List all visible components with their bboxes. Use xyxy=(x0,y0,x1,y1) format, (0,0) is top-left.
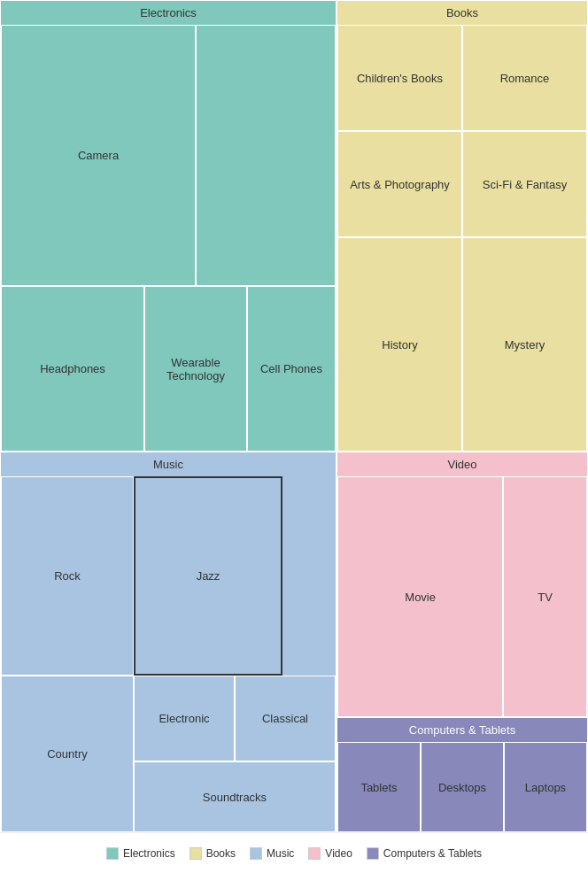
camera-cell[interactable]: Camera xyxy=(1,25,196,286)
treemap: Electronics Camera Headphones xyxy=(0,0,588,832)
books-inner: Children's Books Romance Arts & Photogra… xyxy=(337,25,587,452)
computers-title: Computers & Tablets xyxy=(337,718,587,742)
soundtracks-cell[interactable]: Soundtracks xyxy=(134,761,336,832)
legend-music-color xyxy=(250,847,262,860)
tv-cell[interactable]: TV xyxy=(503,476,587,717)
electronic-cell[interactable]: Electronic xyxy=(134,676,235,761)
romance-cell[interactable]: Romance xyxy=(462,25,587,131)
desktops-cell[interactable]: Desktops xyxy=(421,742,504,832)
arts-cell[interactable]: Arts & Photography xyxy=(337,131,462,237)
childrens-books-cell[interactable]: Children's Books xyxy=(337,25,462,131)
video-section: Video Movie TV xyxy=(337,452,588,717)
left-column: Electronics Camera Headphones xyxy=(0,0,337,832)
legend: Electronics Books Music Video Computers … xyxy=(0,832,588,873)
legend-video: Video xyxy=(308,847,352,860)
music-title: Music xyxy=(1,452,336,476)
electronics-section: Electronics Camera Headphones xyxy=(0,0,337,452)
jazz-cell[interactable]: Jazz xyxy=(134,476,282,676)
history-cell[interactable]: History xyxy=(337,237,462,452)
legend-video-label: Video xyxy=(325,847,352,860)
legend-computers-label: Computers & Tablets xyxy=(383,847,482,860)
legend-music: Music xyxy=(250,847,294,860)
computers-inner: Tablets Desktops Laptops xyxy=(337,742,587,832)
wearable-cell[interactable]: Wearable Technology xyxy=(144,286,247,452)
computers-section: Computers & Tablets Tablets Desktops Lap… xyxy=(337,717,588,832)
electronics-title: Electronics xyxy=(1,1,336,25)
books-title: Books xyxy=(337,1,587,25)
video-title: Video xyxy=(337,452,587,476)
country-cell[interactable]: Country xyxy=(1,676,134,832)
legend-electronics: Electronics xyxy=(106,847,175,860)
electronics-bottom: Headphones Wearable Technology Cell Phon… xyxy=(1,286,336,452)
headphones-cell[interactable]: Headphones xyxy=(1,286,144,452)
scifi-cell[interactable]: Sci-Fi & Fantasy xyxy=(462,131,587,237)
elec-class-row: Electronic Classical xyxy=(134,676,336,761)
legend-computers: Computers & Tablets xyxy=(367,847,482,860)
music-left: Rock Country xyxy=(1,476,134,832)
tablets-cell[interactable]: Tablets xyxy=(337,742,421,832)
video-inner: Movie TV xyxy=(337,476,587,717)
laptops-cell[interactable]: Laptops xyxy=(504,742,587,832)
music-inner: Rock Country Jazz xyxy=(1,476,336,832)
legend-electronics-color xyxy=(106,847,119,860)
legend-computers-color xyxy=(367,847,379,860)
mystery-cell[interactable]: Mystery xyxy=(462,237,587,452)
books-row1: Children's Books Romance xyxy=(337,25,587,131)
books-row2: Arts & Photography Sci-Fi & Fantasy xyxy=(337,131,587,237)
books-row3: History Mystery xyxy=(337,237,587,452)
electronics-inner: Camera Headphones Wearable Technology xyxy=(1,25,336,452)
music-section: Music Rock Country Jazz xyxy=(0,452,337,832)
legend-books: Books xyxy=(190,847,236,860)
legend-books-color xyxy=(190,847,202,860)
classical-cell[interactable]: Classical xyxy=(235,676,336,761)
legend-music-label: Music xyxy=(267,847,294,860)
legend-electronics-label: Electronics xyxy=(123,847,175,860)
right-column: Books Children's Books Romance Arts & Ph… xyxy=(337,0,588,832)
rock-cell[interactable]: Rock xyxy=(1,476,134,676)
books-section: Books Children's Books Romance Arts & Ph… xyxy=(337,0,588,452)
movie-cell[interactable]: Movie xyxy=(337,476,503,717)
cellphones-cell[interactable]: Cell Phones xyxy=(247,286,336,452)
legend-books-label: Books xyxy=(206,847,236,860)
legend-video-color xyxy=(308,847,321,860)
